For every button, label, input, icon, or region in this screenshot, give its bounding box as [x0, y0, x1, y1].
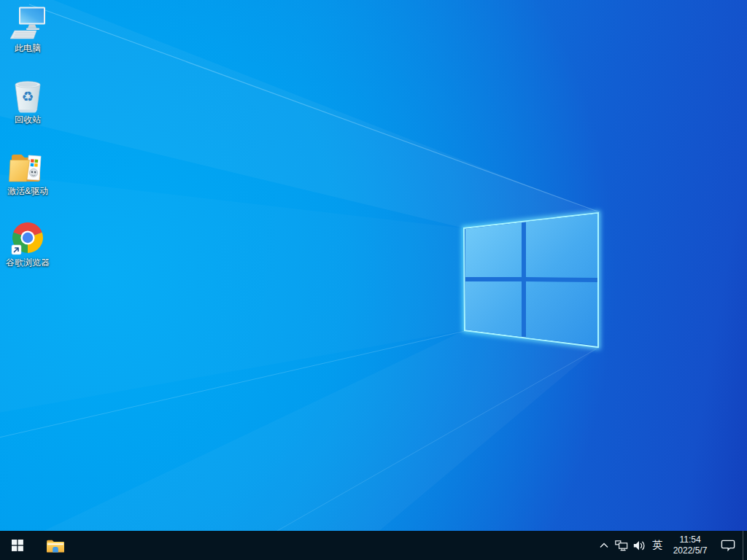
recycle-bin-icon: ♻: [9, 77, 47, 114]
recycle-symbol-icon: ♻: [21, 90, 34, 104]
volume-tray-button[interactable]: [630, 531, 648, 560]
desktop-icon-label: 激活&驱动: [7, 186, 48, 196]
show-desktop-button[interactable]: [743, 531, 747, 560]
chevron-up-icon: [600, 542, 608, 548]
desktop-icon-label: 谷歌浏览器: [6, 257, 50, 268]
desktop-icon-column: 此电脑 ♻ 回收站: [0, 6, 55, 292]
windows-logo-light-rays: [0, 0, 747, 531]
network-tray-button[interactable]: [613, 531, 630, 560]
desktop-wallpaper[interactable]: [0, 0, 747, 531]
action-center-icon: [721, 540, 735, 552]
desktop-icon-label: 此电脑: [15, 43, 41, 53]
desktop-icon-label: 回收站: [15, 114, 41, 125]
taskbar: 英 11:54 2022/5/7: [0, 531, 747, 560]
shortcut-arrow-overlay: [12, 245, 21, 254]
volume-speaker-icon: [633, 540, 646, 551]
desktop-icon-this-pc[interactable]: 此电脑: [0, 6, 55, 77]
this-pc-icon: [9, 6, 47, 42]
desktop-icon-activation-drivers[interactable]: 激活&驱动: [0, 149, 55, 220]
start-button[interactable]: [0, 531, 35, 560]
file-explorer-button[interactable]: [38, 531, 73, 560]
windows-desktop: 此电脑 ♻ 回收站: [0, 0, 747, 560]
open-folder-icon: [9, 149, 47, 185]
taskbar-empty-area[interactable]: [73, 531, 595, 560]
action-center-button[interactable]: [713, 531, 743, 560]
clock-time: 11:54: [679, 534, 700, 545]
taskbar-clock[interactable]: 11:54 2022/5/7: [667, 531, 713, 560]
ime-language-indicator[interactable]: 英: [648, 531, 667, 560]
file-explorer-icon: [46, 537, 65, 553]
clock-date: 2022/5/7: [673, 545, 708, 556]
tray-chevron-up-button[interactable]: [595, 531, 613, 560]
desktop-icon-google-chrome[interactable]: 谷歌浏览器: [0, 220, 55, 292]
desktop-icon-recycle-bin[interactable]: ♻ 回收站: [0, 77, 55, 149]
chrome-icon: [9, 220, 47, 257]
windows-start-icon: [12, 540, 23, 551]
network-ethernet-icon: [615, 540, 628, 551]
